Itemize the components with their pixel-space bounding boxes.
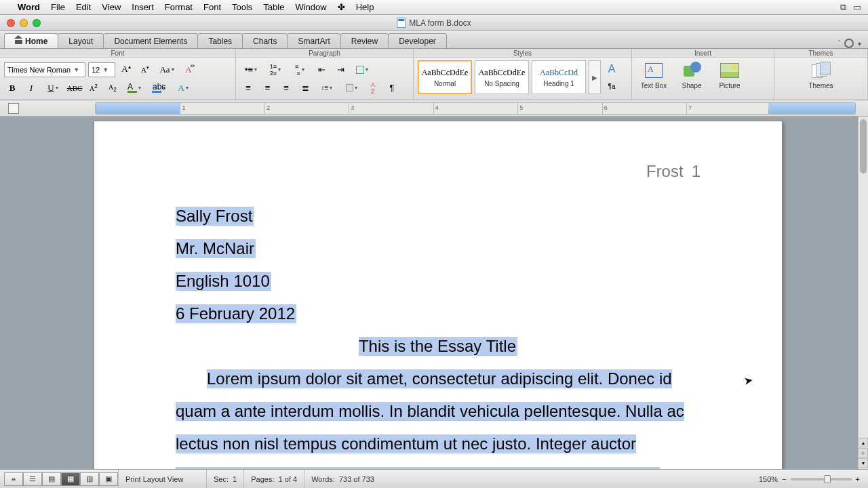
shading-button[interactable]: ▾ <box>340 80 362 96</box>
gear-icon[interactable] <box>844 39 854 48</box>
insert-textbox-button[interactable]: Text Box <box>637 60 670 89</box>
superscript-button[interactable]: A2 <box>85 80 102 96</box>
status-view-label: Print Layout View <box>118 470 206 488</box>
zoom-in-button[interactable]: + <box>856 475 860 483</box>
app-menu[interactable]: Word <box>18 2 40 12</box>
align-left-button[interactable]: ≡ <box>240 80 256 96</box>
menu-edit[interactable]: Edit <box>76 2 91 12</box>
menu-view[interactable]: View <box>102 2 121 12</box>
insert-picture-button[interactable]: Picture <box>713 60 746 89</box>
font-name-combo[interactable]: Times New Roman▼ <box>4 62 85 77</box>
styles-scroll-button[interactable]: ▶ <box>589 60 601 94</box>
heading-line-4: 6 February 2012 <box>176 304 296 323</box>
document-body[interactable]: Sally Frost Mr. McNair English 1010 6 Fe… <box>176 200 701 469</box>
line-spacing-button[interactable]: ↕≡▾ <box>316 80 338 96</box>
view-outline-button[interactable]: ☰ <box>23 472 42 486</box>
italic-button[interactable]: I <box>23 80 39 96</box>
tab-developer[interactable]: Developer <box>388 33 447 48</box>
tab-smartart[interactable]: SmartArt <box>287 33 340 48</box>
sort-button[interactable]: AZ <box>365 80 381 96</box>
bold-button[interactable]: B <box>4 80 20 96</box>
menu-help[interactable]: Help <box>356 2 374 12</box>
insert-shape-button[interactable]: Shape <box>675 60 708 89</box>
status-section[interactable]: Sec: 1 <box>206 470 243 488</box>
menu-tools[interactable]: Tools <box>232 2 252 12</box>
zoom-level[interactable]: 150% <box>759 475 778 483</box>
window-titlebar: MLA form B.docx <box>0 15 868 31</box>
tab-document-elements[interactable]: Document Elements <box>103 33 198 48</box>
menu-font[interactable]: Font <box>203 2 221 12</box>
heading-line-1: Sally Frost <box>176 207 254 226</box>
text-effects-button[interactable]: A▾ <box>172 80 194 96</box>
borders-button[interactable]: ▾ <box>351 62 373 78</box>
shrink-font-button[interactable]: A▾ <box>137 62 153 78</box>
ribbon: Font Times New Roman▼ 12▼ A▴ A▾ Aa▾ A✏ B… <box>0 49 868 100</box>
font-size-combo[interactable]: 12▼ <box>88 62 115 77</box>
ribbon-collapse-icon[interactable]: ˆ <box>838 40 840 47</box>
styles-pane-button[interactable]: ¶a <box>602 79 621 94</box>
change-case-button[interactable]: Aa▾ <box>156 62 178 78</box>
menu-window[interactable]: Window <box>295 2 326 12</box>
page[interactable]: Frost1 Sally Frost Mr. McNair English 10… <box>94 121 783 469</box>
view-draft-button[interactable]: ≡ <box>4 472 23 486</box>
decrease-indent-button[interactable]: ⇤ <box>313 62 330 78</box>
group-label-font: Font <box>0 49 235 58</box>
tab-charts[interactable]: Charts <box>242 33 288 48</box>
strikethrough-button[interactable]: ABC <box>66 80 83 96</box>
vertical-scrollbar[interactable] <box>858 117 868 469</box>
tab-tables[interactable]: Tables <box>197 33 243 48</box>
menu-insert[interactable]: Insert <box>132 2 154 12</box>
tab-layout[interactable]: Layout <box>58 33 104 48</box>
script-menu[interactable]: ✤ <box>338 2 345 12</box>
ruler-row: 12 345 67 <box>0 100 868 117</box>
align-right-button[interactable]: ≡ <box>278 80 294 96</box>
view-publishing-button[interactable]: ▤ <box>42 472 61 486</box>
tab-home[interactable]: Home <box>4 33 58 48</box>
zoom-button[interactable] <box>33 19 41 27</box>
zoom-out-button[interactable]: − <box>782 475 786 483</box>
ribbon-options-icon[interactable]: ▾ <box>858 40 861 47</box>
style-no-spacing[interactable]: AaBbCcDdEe No Spacing <box>475 60 529 94</box>
close-button[interactable] <box>7 19 15 27</box>
next-page-button[interactable]: ▾ <box>858 458 868 468</box>
status-words[interactable]: Words: 733 of 733 <box>304 470 381 488</box>
horizontal-ruler[interactable]: 12 345 67 <box>95 102 856 115</box>
show-marks-button[interactable]: ¶ <box>384 80 400 96</box>
bullets-button[interactable]: •≡▾ <box>240 62 262 78</box>
change-styles-button[interactable]: A <box>602 61 621 77</box>
themes-button[interactable]: Themes <box>805 60 837 89</box>
align-center-button[interactable]: ≡ <box>259 80 275 96</box>
underline-button[interactable]: U▾ <box>42 80 64 96</box>
justify-button[interactable]: ≣ <box>297 80 313 96</box>
body-paragraph: Lorem ipsum dolor sit amet, consectetur … <box>176 369 684 469</box>
window-title: MLA form B.docx <box>409 18 471 28</box>
essay-title: This is the Essay Title <box>359 337 517 356</box>
style-heading-1[interactable]: AaBbCcDd Heading 1 <box>532 60 586 94</box>
font-color-button[interactable]: A▾ <box>123 80 145 96</box>
clear-formatting-button[interactable]: A✏ <box>180 62 197 78</box>
increase-indent-button[interactable]: ⇥ <box>332 62 349 78</box>
menu-file[interactable]: File <box>51 2 65 12</box>
status-pages[interactable]: Pages: 1 of 4 <box>243 470 304 488</box>
multilevel-list-button[interactable]: ≡ ≡▾ <box>289 62 311 78</box>
prev-page-button[interactable]: ▴ <box>858 438 868 447</box>
shape-icon <box>682 62 701 79</box>
style-normal[interactable]: AaBbCcDdEe Normal <box>418 60 472 94</box>
menu-format[interactable]: Format <box>165 2 193 12</box>
grow-font-button[interactable]: A▴ <box>118 62 134 78</box>
view-notebook-button[interactable]: ▥ <box>80 472 99 486</box>
menubar-icon-2[interactable]: ▭ <box>853 2 861 13</box>
zoom-slider[interactable] <box>791 478 852 481</box>
numbering-button[interactable]: 1≡2≡▾ <box>264 62 286 78</box>
subscript-button[interactable]: A2 <box>104 80 121 96</box>
view-focus-button[interactable]: ▣ <box>99 472 118 486</box>
tab-review[interactable]: Review <box>340 33 389 48</box>
menu-table[interactable]: Table <box>263 2 284 12</box>
minimize-button[interactable] <box>20 19 28 27</box>
highlight-button[interactable]: abc▾ <box>148 80 170 96</box>
view-print-layout-button[interactable]: ▦ <box>61 472 80 486</box>
menubar-icon-1[interactable]: ⧉ <box>840 2 846 13</box>
ribbon-tabs: Home Layout Document Elements Tables Cha… <box>0 31 868 49</box>
tab-selector[interactable] <box>8 103 19 114</box>
browse-object-button[interactable]: ○ <box>858 448 868 458</box>
